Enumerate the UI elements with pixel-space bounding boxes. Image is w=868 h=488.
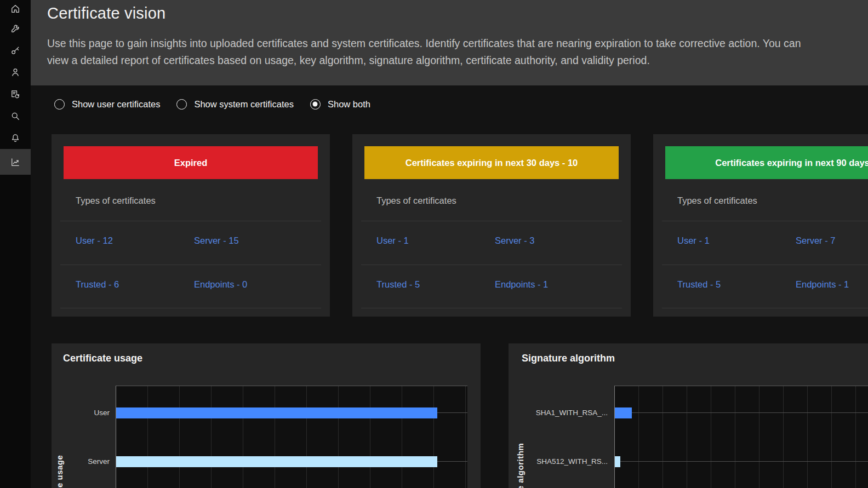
types-of-certificates-label: Types of certificates (677, 196, 868, 206)
expired-banner: Expired (64, 146, 318, 179)
page-title: Certificate vision (47, 4, 165, 22)
server-certificates-link[interactable]: Server - 15 (194, 236, 239, 245)
radio-label: Show user certificates (72, 99, 160, 110)
sidebar-item-audit-log[interactable] (0, 83, 31, 105)
cert-type-link-row: Trusted - 5 Endpoints - 1 (352, 265, 631, 290)
cert-type-link-row: User - 12 Server - 15 (52, 221, 330, 246)
divider (60, 308, 321, 308)
trusted-certificates-link[interactable]: Trusted - 5 (677, 279, 721, 289)
line-chart-icon (10, 157, 21, 168)
signature-algorithm-plot-area (614, 386, 868, 488)
server-bar[interactable] (116, 456, 437, 467)
page-description: Use this page to gain insights into uplo… (47, 35, 858, 69)
key-icon (10, 45, 21, 56)
radio-show-both[interactable]: Show both (310, 99, 370, 110)
endpoints-certificates-link[interactable]: Endpoints - 1 (495, 279, 548, 289)
cert-type-link-row: Trusted - 6 Endpoints - 0 (52, 265, 330, 290)
expiring-30-days-banner: Certificates expiring in next 30 days - … (364, 146, 619, 179)
radio-circle-icon[interactable] (176, 99, 187, 110)
charts-row: Certificate usage User Server Signature … (52, 343, 868, 488)
signature-algorithm-chart-card: Signature algorithm SHA1_WITH_RSA_... SH… (509, 343, 868, 488)
category-label-sha512: SHA512_WITH_RS... (514, 457, 608, 466)
cert-type-link-row: User - 1 Server - 7 (653, 221, 868, 246)
user-certificates-link[interactable]: User - 1 (376, 236, 409, 245)
sha512-bar[interactable] (615, 456, 620, 467)
gridline (615, 412, 868, 413)
divider (361, 308, 622, 308)
category-label-user: User (52, 409, 110, 417)
server-certificates-link[interactable]: Server - 7 (796, 236, 835, 245)
certificate-usage-plot-area (116, 386, 467, 488)
radio-show-user-certificates[interactable]: Show user certificates (54, 99, 160, 110)
radio-circle-icon[interactable] (310, 99, 321, 110)
radio-circle-icon[interactable] (54, 99, 65, 110)
types-of-certificates-label: Types of certificates (376, 196, 631, 206)
sidebar-item-home[interactable] (0, 0, 31, 18)
home-icon (10, 3, 21, 14)
sidebar-item-users[interactable] (0, 61, 31, 83)
endpoints-certificates-link[interactable]: Endpoints - 0 (194, 279, 247, 289)
sha1-bar[interactable] (615, 407, 632, 418)
audit-log-icon (10, 89, 21, 100)
radio-show-system-certificates[interactable]: Show system certificates (176, 99, 294, 110)
wrench-icon (10, 23, 21, 34)
page-header: Certificate vision Use this page to gain… (31, 0, 868, 85)
cert-type-link-row: User - 1 Server - 3 (352, 221, 631, 246)
category-label-sha1: SHA1_WITH_RSA_... (514, 409, 608, 417)
sidebar-item-search[interactable] (0, 105, 31, 127)
expiring-90-days-banner: Certificates expiring in next 90 days (665, 146, 868, 179)
cert-type-link-row: Trusted - 5 Endpoints - 1 (653, 265, 868, 290)
certificate-filter-radio-group: Show user certificates Show system certi… (54, 95, 370, 113)
page-description-line1: Use this page to gain insights into uplo… (47, 35, 858, 52)
sidebar-item-notifications[interactable] (0, 127, 31, 149)
user-bar[interactable] (116, 407, 437, 418)
sidebar-item-tools[interactable] (0, 18, 31, 39)
summary-cards-row: Expired Types of certificates User - 12 … (52, 134, 868, 317)
radio-label: Show both (328, 99, 370, 110)
usage-y-axis-label: Certificate usage (55, 455, 64, 488)
user-certificates-link[interactable]: User - 12 (76, 236, 113, 245)
signature-y-axis-label: Signature algorithm (516, 443, 525, 488)
chart-title: Signature algorithm (522, 353, 615, 364)
trusted-certificates-link[interactable]: Trusted - 5 (376, 279, 420, 289)
server-certificates-link[interactable]: Server - 3 (495, 236, 534, 245)
page-description-line2: view a detailed report of certificates b… (47, 52, 858, 69)
user-certificates-link[interactable]: User - 1 (677, 236, 710, 245)
chart-title: Certificate usage (63, 353, 142, 364)
left-nav-sidebar (0, 0, 31, 488)
radio-label: Show system certificates (194, 99, 294, 110)
user-icon (10, 67, 21, 78)
sidebar-item-keys[interactable] (0, 39, 31, 61)
expiring-90-days-card: Certificates expiring in next 90 days Ty… (653, 134, 868, 317)
types-of-certificates-label: Types of certificates (76, 196, 330, 206)
bell-icon (10, 133, 21, 143)
gridline (615, 461, 868, 462)
certificate-usage-chart-card: Certificate usage User Server (52, 343, 481, 488)
search-icon (10, 111, 21, 122)
expiring-30-days-card: Certificates expiring in next 30 days - … (352, 134, 631, 317)
trusted-certificates-link[interactable]: Trusted - 6 (76, 279, 119, 289)
sidebar-item-certificate-vision[interactable] (0, 149, 31, 175)
divider (662, 308, 868, 308)
endpoints-certificates-link[interactable]: Endpoints - 1 (796, 279, 849, 289)
expired-certificates-card: Expired Types of certificates User - 12 … (52, 134, 330, 317)
